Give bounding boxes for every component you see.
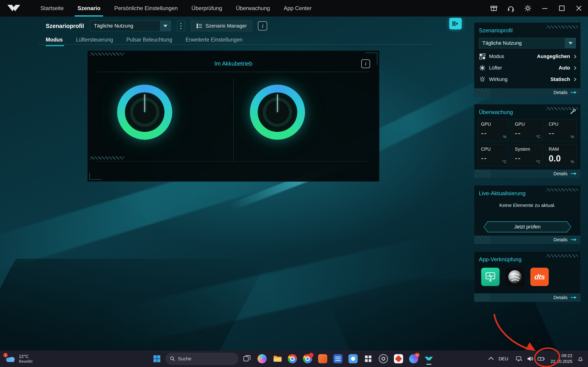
weather-condition: Bewölkt: [19, 359, 33, 364]
dts-app-icon[interactable]: dts: [530, 268, 549, 286]
tab-pulsar-beleuchtung[interactable]: Pulsar Beleuchtung: [126, 37, 179, 46]
tile-label: System: [515, 147, 540, 152]
wirkung-row[interactable]: Wirkung Statisch: [474, 74, 580, 85]
tab-erweiterte-einstellungen[interactable]: Erweiterte Einstellungen: [186, 37, 249, 46]
nav-app-center[interactable]: App Center: [277, 0, 318, 17]
tile-label: GPU: [481, 122, 506, 127]
tab-modus[interactable]: Modus: [46, 37, 69, 46]
details-label: Details: [553, 295, 568, 300]
modus-value: Ausgeglichen: [537, 53, 570, 59]
predator-sense-taskbar-icon[interactable]: [422, 352, 435, 365]
wirkung-value: Statisch: [550, 76, 570, 82]
headset-icon[interactable]: [507, 5, 515, 12]
info-icon[interactable]: i: [258, 21, 267, 31]
nav-szenario[interactable]: Szenario: [70, 0, 107, 17]
package-icon[interactable]: [490, 5, 498, 12]
monitoring-tiles: GPU -- % GPU -- °C CPU -- % CPU -- °: [474, 119, 580, 166]
dropdown-arrow-box[interactable]: [565, 38, 576, 48]
cloud-icon: 1: [5, 355, 16, 363]
minimize-icon[interactable]: [541, 5, 548, 12]
gpu-usage-tile: GPU -- %: [478, 119, 509, 141]
network-icon[interactable]: [515, 355, 523, 363]
blue-document-app-icon[interactable]: [331, 352, 344, 365]
notification-badge-count: 12: [415, 353, 420, 357]
check-now-button[interactable]: Jetzt prüfen: [484, 221, 571, 232]
scenario-manager-label: Szenario Manager: [206, 23, 247, 29]
ram-usage-tile: RAM 0.0 %: [546, 144, 577, 166]
tile-label: CPU: [481, 147, 506, 152]
start-button[interactable]: [150, 352, 163, 365]
wrench-icon[interactable]: [570, 108, 576, 115]
blue-circle-app-icon[interactable]: [346, 352, 359, 365]
copilot-icon[interactable]: [256, 352, 268, 365]
language-indicator[interactable]: DEU: [499, 356, 508, 361]
details-label: Details: [553, 90, 568, 95]
scenario-profile-dropdown[interactable]: Tägliche Nutzung: [90, 21, 171, 31]
weather-widget[interactable]: 1 12°C Bewölkt: [5, 350, 33, 367]
check-now-label: Jetzt prüfen: [484, 222, 571, 232]
nav-startseite[interactable]: Startseite: [34, 0, 70, 17]
orange-app-icon[interactable]: [316, 352, 329, 365]
tile-unit: %: [571, 160, 574, 164]
monitoring-section-title: Überwachung: [474, 104, 580, 119]
scenario-manager-button[interactable]: Szenario Manager: [191, 21, 252, 31]
hatch-decoration: [546, 188, 578, 191]
volume-icon[interactable]: [526, 355, 534, 363]
tray-chevron-up-icon[interactable]: [488, 357, 493, 362]
right-sidebar: Szenarioprofil Tägliche Nutzung Modus Au…: [474, 23, 581, 302]
tile-value: --: [549, 129, 574, 138]
predator-logo-icon: [7, 4, 21, 12]
chrome-dev-icon[interactable]: [301, 352, 314, 365]
fan-icon: [479, 65, 486, 71]
titlebar-controls: [490, 5, 582, 12]
maximize-icon[interactable]: [558, 5, 565, 12]
chevron-right-icon: [573, 77, 577, 81]
corner-bracket: [89, 173, 102, 180]
dropdown-arrow-box[interactable]: [160, 21, 171, 31]
live-update-details-button[interactable]: Details: [474, 236, 580, 244]
settings-gear-icon[interactable]: [524, 5, 531, 12]
task-view-icon[interactable]: [241, 352, 253, 365]
system-temp-tile: System -- °C: [512, 144, 543, 166]
gauge-needle: [277, 94, 278, 112]
info-icon[interactable]: i: [361, 59, 370, 68]
more-options-button[interactable]: [177, 21, 185, 31]
close-icon[interactable]: [575, 5, 582, 12]
grid-apps-icon[interactable]: [362, 352, 375, 365]
app-shortcut-details-button[interactable]: Details: [474, 293, 580, 302]
search-input[interactable]: Suche: [166, 353, 238, 365]
notification-badge: [309, 353, 313, 357]
tab-luftersteuerung[interactable]: Lüftersteuerung: [76, 37, 120, 46]
live-update-section: Live-Aktualisierung Keine Elemente zu ak…: [474, 185, 581, 244]
nav-ueberwachung[interactable]: Überwachung: [229, 0, 277, 17]
spiral-app-icon[interactable]: [506, 268, 524, 286]
predator-sense-app-icon[interactable]: [481, 268, 500, 286]
list-icon: [196, 23, 202, 29]
live-update-empty-text: Keine Elemente zu aktual.: [474, 200, 580, 208]
modus-row[interactable]: Modus Ausgeglichen: [474, 51, 580, 62]
panel-title: Im Akkubetrieb: [87, 60, 379, 67]
nav-persoenliche-einstellungen[interactable]: Persönliche Einstellungen: [107, 0, 184, 17]
file-explorer-icon[interactable]: [271, 352, 284, 365]
chevron-down-icon: [163, 25, 167, 27]
chrome-icon[interactable]: [286, 352, 299, 365]
tile-label: CPU: [549, 122, 574, 127]
scenario-profile-dropdown-value: Tägliche Nutzung: [90, 23, 133, 29]
battery-mode-panel: Im Akkubetrieb i: [87, 50, 380, 182]
hatch-decoration: [90, 52, 124, 56]
clock[interactable]: 09:22 22.10.2025: [551, 353, 572, 364]
battery-icon[interactable]: [537, 355, 545, 363]
sidebar-profile-dropdown[interactable]: Tägliche Nutzung: [479, 38, 576, 48]
luefter-row[interactable]: Lüfter Auto: [474, 62, 580, 74]
nav-ueberpruefung[interactable]: Überprüfung: [185, 0, 229, 17]
notification-bell-icon[interactable]: [577, 355, 584, 363]
scenario-details-button[interactable]: Details: [474, 88, 580, 97]
tile-value: --: [481, 129, 506, 138]
red-white-app-icon[interactable]: [392, 352, 405, 365]
monitoring-details-button[interactable]: Details: [474, 169, 580, 178]
sidebar-toggle-button[interactable]: [449, 18, 462, 29]
gauge-needle: [145, 94, 145, 112]
dark-circle-app-icon[interactable]: [377, 352, 390, 365]
divider: [233, 78, 233, 161]
chat-app-icon[interactable]: 12: [407, 352, 420, 365]
